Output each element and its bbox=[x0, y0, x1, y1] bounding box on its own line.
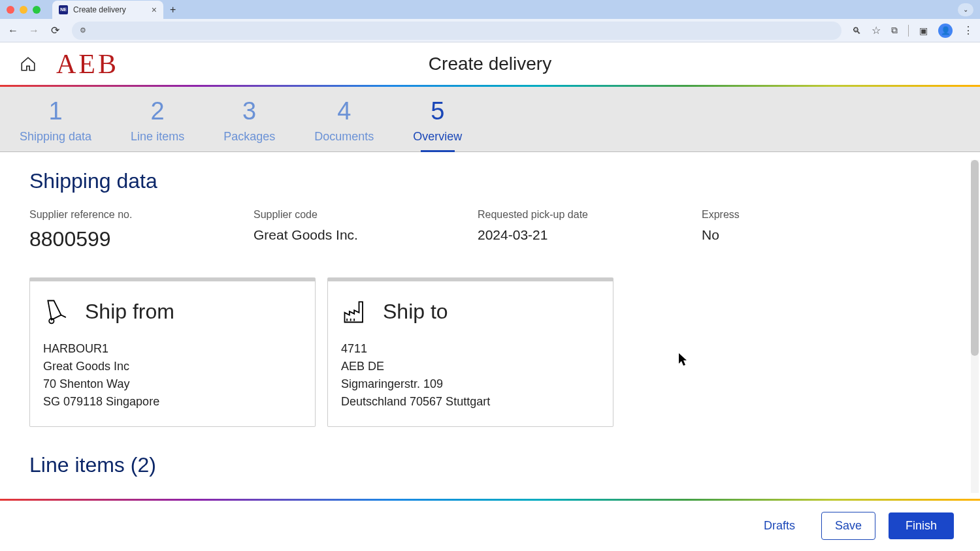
field-pickup-date: Requested pick-up date 2024-03-21 bbox=[478, 209, 702, 251]
app-logo: AEB bbox=[56, 48, 119, 80]
favicon-icon: NE bbox=[59, 5, 68, 14]
address-bar[interactable]: ⚙ bbox=[72, 22, 841, 40]
bookmark-icon[interactable]: ☆ bbox=[872, 24, 881, 37]
zoom-icon[interactable]: 🔍︎ bbox=[852, 25, 861, 36]
browser-tab[interactable]: NE Create delivery × bbox=[52, 1, 163, 19]
content-area: Shipping data Supplier reference no. 880… bbox=[0, 152, 980, 479]
address-line: 70 Shenton Way bbox=[43, 375, 302, 393]
shipping-fields: Supplier reference no. 8800599 Supplier … bbox=[29, 209, 951, 251]
reload-button[interactable]: ⟳ bbox=[48, 24, 61, 37]
menu-icon[interactable]: ⋮ bbox=[963, 24, 973, 37]
back-button[interactable]: ← bbox=[7, 25, 20, 37]
card-title: Ship to bbox=[383, 300, 448, 324]
address-line: 4711 bbox=[341, 340, 600, 358]
wizard-steps: 1 Shipping data 2 Line items 3 Packages … bbox=[0, 87, 980, 152]
address-line: Sigmaringerstr. 109 bbox=[341, 375, 600, 393]
save-button[interactable]: Save bbox=[821, 512, 875, 540]
step-label: Shipping data bbox=[20, 130, 91, 144]
action-bar: Drafts Save Finish bbox=[0, 499, 980, 551]
step-label: Packages bbox=[223, 130, 275, 144]
field-supplier-code: Supplier code Great Goods Inc. bbox=[253, 209, 478, 251]
home-icon[interactable] bbox=[20, 55, 37, 72]
step-shipping-data[interactable]: 1 Shipping data bbox=[20, 99, 91, 151]
step-label: Documents bbox=[314, 130, 374, 144]
fullscreen-window-button[interactable] bbox=[33, 6, 41, 14]
step-line-items[interactable]: 2 Line items bbox=[131, 99, 184, 151]
address-cards: Ship from HARBOUR1 Great Goods Inc 70 Sh… bbox=[29, 277, 951, 427]
field-value: Great Goods Inc. bbox=[253, 227, 478, 243]
step-number: 2 bbox=[151, 99, 165, 123]
sidepanel-icon[interactable]: ▣ bbox=[919, 25, 928, 36]
close-tab-icon[interactable]: × bbox=[152, 5, 157, 15]
field-label: Supplier reference no. bbox=[29, 209, 253, 221]
hand-truck-icon bbox=[43, 297, 72, 326]
section-title-line-items: Line items (2) bbox=[29, 453, 951, 477]
step-overview[interactable]: 5 Overview bbox=[413, 99, 462, 151]
field-label: Express bbox=[702, 209, 832, 221]
step-number: 4 bbox=[337, 99, 351, 123]
step-number: 5 bbox=[431, 99, 444, 123]
page-title: Create delivery bbox=[429, 54, 551, 74]
close-window-button[interactable] bbox=[7, 6, 14, 14]
section-title-shipping: Shipping data bbox=[29, 169, 951, 193]
field-value: No bbox=[702, 227, 832, 243]
window-controls bbox=[7, 6, 41, 14]
field-label: Requested pick-up date bbox=[478, 209, 702, 221]
drafts-button[interactable]: Drafts bbox=[751, 512, 808, 539]
forward-button[interactable]: → bbox=[27, 25, 41, 37]
toolbar-icons: 🔍︎ ☆ ⧉ ▣ 👤 ⋮ bbox=[852, 24, 973, 38]
step-documents[interactable]: 4 Documents bbox=[314, 99, 374, 151]
factory-icon bbox=[341, 297, 370, 326]
step-packages[interactable]: 3 Packages bbox=[223, 99, 275, 151]
address-line: SG 079118 Singapore bbox=[43, 393, 302, 411]
field-value: 8800599 bbox=[29, 227, 253, 251]
site-info-icon[interactable]: ⚙ bbox=[80, 26, 86, 35]
extensions-icon[interactable]: ⧉ bbox=[891, 25, 898, 36]
card-header: Ship from bbox=[43, 297, 302, 326]
field-value: 2024-03-21 bbox=[478, 227, 702, 243]
address-line: Deutschland 70567 Stuttgart bbox=[341, 393, 600, 411]
field-express: Express No bbox=[702, 209, 832, 251]
card-title: Ship from bbox=[85, 300, 174, 324]
expand-window-button[interactable]: ⌄ bbox=[958, 3, 973, 16]
step-number: 3 bbox=[242, 99, 256, 123]
browser-tab-strip: NE Create delivery × + ⌄ bbox=[0, 0, 980, 19]
field-supplier-ref: Supplier reference no. 8800599 bbox=[29, 209, 253, 251]
ship-to-card: Ship to 4711 AEB DE Sigmaringerstr. 109 … bbox=[327, 277, 613, 427]
address-line: AEB DE bbox=[341, 358, 600, 375]
step-label: Overview bbox=[413, 130, 462, 144]
address-line: HARBOUR1 bbox=[43, 340, 302, 358]
address-line: Great Goods Inc bbox=[43, 358, 302, 375]
browser-toolbar: ← → ⟳ ⚙ 🔍︎ ☆ ⧉ ▣ 👤 ⋮ bbox=[0, 19, 980, 42]
profile-avatar[interactable]: 👤 bbox=[938, 24, 953, 38]
app-header: AEB Create delivery bbox=[0, 42, 980, 85]
new-tab-button[interactable]: + bbox=[170, 4, 176, 16]
tab-title: Create delivery bbox=[73, 5, 126, 14]
card-header: Ship to bbox=[341, 297, 600, 326]
step-number: 1 bbox=[48, 99, 62, 123]
minimize-window-button[interactable] bbox=[20, 6, 27, 14]
divider bbox=[908, 25, 909, 37]
field-label: Supplier code bbox=[253, 209, 478, 221]
scrollbar-thumb[interactable] bbox=[971, 160, 979, 356]
step-label: Line items bbox=[131, 130, 184, 144]
ship-from-card: Ship from HARBOUR1 Great Goods Inc 70 Sh… bbox=[29, 277, 316, 427]
finish-button[interactable]: Finish bbox=[889, 512, 954, 539]
